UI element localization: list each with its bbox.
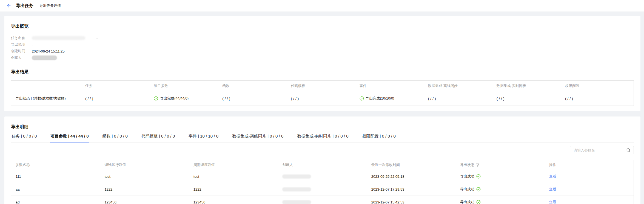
overview-card: 导出概览 任务名称 ⋯ · 导出说明 - ⋯ · 创建时间 2024-06-24…: [4, 16, 640, 111]
table-column-header: 导出状态: [456, 160, 545, 170]
details-tab[interactable]: 事件 | 10 / 10 / 0: [188, 134, 219, 142]
overview-field: 任务名称 ⋯ ·: [11, 35, 634, 41]
redacted-creator: [282, 174, 311, 179]
overview-title: 导出概览: [11, 24, 634, 29]
check-circle-icon: [154, 96, 158, 101]
table-column-header: 参数名称: [11, 160, 100, 170]
details-tab[interactable]: 权限配置 | 0 / 0 / 0: [362, 134, 396, 142]
page-header: 导出任务 导出任务详情: [0, 0, 644, 11]
cell-creator: [278, 196, 367, 204]
details-title: 导出明细: [11, 124, 634, 130]
details-tab[interactable]: 项目参数 | 44 / 44 / 0: [50, 134, 89, 142]
search-icon[interactable]: [626, 148, 631, 153]
overview-field: 导出说明 - ⋯ ·: [11, 41, 634, 48]
details-tab[interactable]: 任务 | 0 / 0 / 0: [11, 134, 37, 142]
table-row: ad 123456; 123456 2023-12-07 15:42:53 导出…: [11, 196, 634, 204]
view-link[interactable]: 查看: [549, 200, 556, 204]
results-status-text: (-/-/-): [291, 97, 299, 101]
redacted-value: [32, 36, 85, 40]
details-table: 参数名称 调试运行取值 周期调度取值 创建人 最近一次修改时间: [11, 160, 634, 204]
table-row: aa 1222; 1222 2023-12-07 17:29:53 导出成功 查…: [11, 183, 634, 196]
filter-funnel-icon[interactable]: [476, 163, 480, 167]
cell-modified-time: 2023-09-25 22:05:18: [367, 170, 456, 183]
details-tab-bar: 任务 | 0 / 0 / 0 项目参数 | 44 / 44 / 0 函数 | 0…: [11, 134, 634, 142]
overview-field-label: 创建时间: [11, 49, 28, 54]
results-status-cell: (-/-/-): [85, 96, 154, 101]
page-content: 导出概览 任务名称 ⋯ · 导出说明 - ⋯ · 创建时间 2024-06-24…: [0, 11, 644, 204]
redacted-value: [32, 56, 57, 60]
results-status-cell: (-/-/-): [497, 96, 565, 101]
cell-action: 查看: [545, 170, 634, 183]
results-column-header: 代码模板: [291, 83, 359, 88]
check-circle-icon: [360, 96, 364, 101]
results-status-cell: 导出完成(10/10/0): [360, 96, 428, 101]
cell-schedule-value: 1222: [189, 183, 278, 196]
page-title: 导出任务: [16, 3, 33, 9]
details-tab[interactable]: 数据集成-离线同步 | 0 / 0 / 0: [232, 134, 284, 142]
cell-param-name: ad: [11, 196, 100, 204]
cell-action: 查看: [545, 183, 634, 196]
results-status-text: 导出完成(10/10/0): [366, 96, 394, 101]
cell-schedule-value: test: [189, 170, 278, 183]
breadcrumb-current: 导出任务详情: [39, 3, 61, 8]
check-circle-icon: [476, 174, 481, 179]
results-title: 导出结果: [11, 69, 634, 75]
view-link[interactable]: 查看: [549, 174, 556, 178]
results-status-cell: (-/-/-): [222, 96, 291, 101]
back-arrow-icon[interactable]: [6, 3, 11, 8]
results-column-header: 事件: [360, 83, 428, 88]
results-status-cell: (-/-/-): [428, 96, 497, 101]
results-status-cell: (-/-/-): [291, 96, 359, 101]
table-column-header: 操作: [545, 160, 634, 170]
results-table-header: 任务 项目参数 函数 代码模板 事件 数据集成-离线同步 数据集成-实时同步 权…: [11, 81, 634, 91]
cell-debug-value: 1222;: [100, 183, 189, 196]
results-column-header: 数据集成-离线同步: [428, 83, 497, 88]
results-column-header: 项目参数: [154, 83, 222, 88]
results-column-header: 函数: [222, 83, 291, 88]
cell-modified-time: 2023-12-07 17:29:53: [367, 183, 456, 196]
cell-export-status: 导出成功: [456, 170, 545, 183]
details-tab[interactable]: 函数 | 0 / 0 / 0: [102, 134, 128, 142]
results-column-header: 数据集成-实时同步: [497, 83, 565, 88]
overview-field-value: 2024-06-24 15:11:25: [32, 49, 65, 53]
status-text: 导出成功: [460, 174, 474, 179]
results-status-cell: (-/-/-): [565, 96, 634, 101]
results-status-text: (-/-/-): [565, 97, 573, 101]
cell-creator: [278, 183, 367, 196]
results-status-text: 导出完成(44/44/0): [160, 96, 189, 101]
cell-export-status: 导出成功: [456, 183, 545, 196]
status-text: 导出成功: [460, 200, 474, 204]
results-row-label: 导出状态 | (总数/成功数/失败数): [11, 96, 85, 101]
details-card: 导出明细 任务 | 0 / 0 / 0 项目参数 | 44 / 44 / 0 函…: [4, 116, 640, 204]
table-column-header: 周期调度取值: [189, 160, 278, 170]
view-link[interactable]: 查看: [549, 187, 556, 191]
cell-param-name: aa: [11, 183, 100, 196]
results-status-text: (-/-/-): [497, 97, 505, 101]
details-tab[interactable]: 代码模板 | 0 / 0 / 0: [141, 134, 175, 142]
table-column-header: 最近一次修改时间: [367, 160, 456, 170]
cell-schedule-value: 123456: [189, 196, 278, 204]
table-column-header: 调试运行取值: [100, 160, 189, 170]
results-status-text: (-/-/-): [222, 97, 230, 101]
details-tab[interactable]: 数据集成-实时同步 | 0 / 0 / 0: [297, 134, 349, 142]
table-toolbar: [11, 146, 634, 154]
overview-field-value: -: [32, 43, 33, 47]
overview-field: 创建时间 2024-06-24 15:11:25 ⋯ ·: [11, 48, 634, 54]
search-input[interactable]: [573, 148, 626, 153]
cell-modified-time: 2023-12-07 15:42:53: [367, 196, 456, 204]
overview-field-label: 导出说明: [11, 42, 28, 47]
cell-param-name: 111: [11, 170, 100, 183]
results-table-row: 导出状态 | (总数/成功数/失败数) (-/-/-) 导出完成(44/44/0…: [11, 91, 634, 106]
check-circle-icon: [476, 187, 481, 191]
results-status-text: (-/-/-): [85, 97, 93, 101]
cell-debug-value: 123456;: [100, 196, 189, 204]
cell-export-status: 导出成功: [456, 196, 545, 204]
table-row: 111 test; test 2023-09-25 22:05:18 导出成功 …: [11, 170, 634, 183]
results-status-text: (-/-/-): [428, 97, 436, 101]
overview-field-list: 任务名称 ⋯ · 导出说明 - ⋯ · 创建时间 2024-06-24 15:1…: [11, 35, 634, 61]
cell-creator: [278, 170, 367, 183]
overview-field-label: 任务名称: [11, 36, 28, 40]
redacted-creator: [282, 200, 311, 204]
table-column-header: 创建人: [278, 160, 367, 170]
check-circle-icon: [476, 200, 481, 204]
